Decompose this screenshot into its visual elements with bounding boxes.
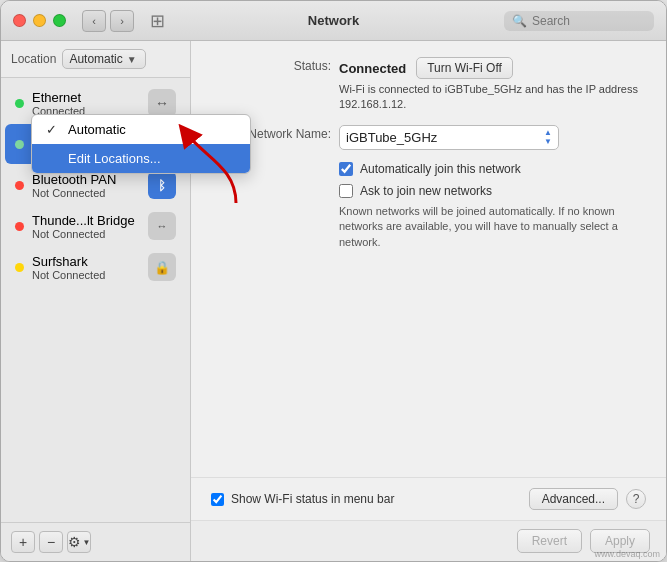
checkmark-icon: ✓ <box>46 122 62 137</box>
help-button[interactable]: ? <box>626 489 646 509</box>
status-row: Status: Connected Turn Wi-Fi Off Wi-Fi i… <box>211 57 646 113</box>
search-box[interactable]: 🔍 <box>504 11 654 31</box>
network-name-dropdown[interactable]: iGBTube_5GHz ▲ ▼ <box>339 125 559 150</box>
detail-content: Status: Connected Turn Wi-Fi Off Wi-Fi i… <box>191 41 666 477</box>
dropdown-automatic-label: Automatic <box>68 122 126 137</box>
ethernet-icon: ↔ <box>148 89 176 117</box>
location-dropdown-menu: ✓ Automatic ✓ Edit Locations... <box>31 114 251 174</box>
ask-join-description: Known networks will be joined automatica… <box>211 204 646 250</box>
remove-network-button[interactable]: − <box>39 531 63 553</box>
network-status-bluetooth: Not Connected <box>32 187 148 199</box>
detail-bottom: Show Wi-Fi status in menu bar Advanced..… <box>191 477 666 520</box>
back-icon: ‹ <box>92 15 96 27</box>
status-dot-wifi <box>15 140 24 149</box>
dropdown-item-edit-locations[interactable]: ✓ Edit Locations... <box>32 144 250 173</box>
status-dot-bluetooth <box>15 181 24 190</box>
network-status-surfshark: Not Connected <box>32 269 148 281</box>
nav-buttons: ‹ › <box>82 10 134 32</box>
bottom-actions: Advanced... ? <box>529 488 646 510</box>
show-wifi-label: Show Wi-Fi status in menu bar <box>231 492 394 506</box>
status-label: Status: <box>211 57 331 73</box>
turn-wifi-off-button[interactable]: Turn Wi-Fi Off <box>416 57 513 79</box>
network-status-thunderbolt: Not Connected <box>32 228 148 240</box>
search-input[interactable] <box>532 14 646 28</box>
status-description: Wi-Fi is connected to iGBTube_5GHz and h… <box>339 82 646 113</box>
revert-button[interactable]: Revert <box>517 529 582 553</box>
dropdown-item-automatic[interactable]: ✓ Automatic <box>32 115 250 144</box>
main-content: Location Automatic ▼ ✓ Automatic ✓ Edit … <box>1 41 666 561</box>
add-network-button[interactable]: + <box>11 531 35 553</box>
watermark: www.devaq.com <box>594 549 660 559</box>
network-name-selected: iGBTube_5GHz <box>346 130 540 145</box>
ask-join-checkbox[interactable] <box>339 184 353 198</box>
status-connected: Connected <box>339 61 406 76</box>
network-info-ethernet: Ethernet Connected <box>32 90 148 117</box>
maximize-button[interactable] <box>53 14 66 27</box>
auto-join-row: Automatically join this network <box>211 162 646 176</box>
auto-join-checkbox[interactable] <box>339 162 353 176</box>
thunderbolt-icon: ↔ <box>148 212 176 240</box>
arrow-down-icon: ▼ <box>544 138 552 146</box>
network-name-ethernet: Ethernet <box>32 90 148 105</box>
status-dot-thunderbolt <box>15 222 24 231</box>
gear-chevron-icon: ▼ <box>83 538 91 547</box>
network-name-row: Network Name: iGBTube_5GHz ▲ ▼ <box>211 125 646 150</box>
gear-icon: ⚙ <box>68 534 81 550</box>
location-label: Location <box>11 52 56 66</box>
sidebar-item-thunderbolt[interactable]: Thunde...lt Bridge Not Connected ↔ <box>5 206 186 246</box>
auto-join-label: Automatically join this network <box>360 162 521 176</box>
status-value-container: Connected Turn Wi-Fi Off Wi-Fi is connec… <box>331 57 646 113</box>
network-name-thunderbolt: Thunde...lt Bridge <box>32 213 148 228</box>
traffic-lights <box>13 14 66 27</box>
arrow-up-icon: ▲ <box>544 129 552 137</box>
show-wifi-row: Show Wi-Fi status in menu bar <box>211 492 519 506</box>
network-window: ‹ › ⊞ Network 🔍 Location Automatic ▼ <box>0 0 667 562</box>
sidebar-bottom: + − ⚙ ▼ <box>1 522 190 561</box>
network-info-surfshark: Surfshark Not Connected <box>32 254 148 281</box>
network-name-surfshark: Surfshark <box>32 254 148 269</box>
ask-join-label: Ask to join new networks <box>360 184 492 198</box>
status-dot-green <box>15 99 24 108</box>
ask-join-row: Ask to join new networks <box>211 184 646 198</box>
titlebar: ‹ › ⊞ Network 🔍 <box>1 1 666 41</box>
grid-icon[interactable]: ⊞ <box>150 10 165 32</box>
dropdown-arrows: ▲ ▼ <box>544 129 552 146</box>
location-bar: Location Automatic ▼ <box>1 41 190 78</box>
surfshark-icon: 🔒 <box>148 253 176 281</box>
location-value-text: Automatic <box>69 52 122 66</box>
network-name-value-container: iGBTube_5GHz ▲ ▼ <box>331 125 646 150</box>
detail-panel: Status: Connected Turn Wi-Fi Off Wi-Fi i… <box>191 41 666 561</box>
status-dot-surfshark <box>15 263 24 272</box>
network-info-thunderbolt: Thunde...lt Bridge Not Connected <box>32 213 148 240</box>
gear-menu-button[interactable]: ⚙ ▼ <box>67 531 91 553</box>
back-button[interactable]: ‹ <box>82 10 106 32</box>
sidebar-item-surfshark[interactable]: Surfshark Not Connected 🔒 <box>5 247 186 287</box>
dropdown-edit-label: Edit Locations... <box>68 151 161 166</box>
forward-button[interactable]: › <box>110 10 134 32</box>
chevron-down-icon: ▼ <box>127 54 137 65</box>
advanced-button[interactable]: Advanced... <box>529 488 618 510</box>
location-dropdown-trigger[interactable]: Automatic ▼ <box>62 49 145 69</box>
show-wifi-checkbox[interactable] <box>211 493 224 506</box>
bluetooth-icon: ᛒ <box>148 171 176 199</box>
sidebar: Location Automatic ▼ ✓ Automatic ✓ Edit … <box>1 41 191 561</box>
close-button[interactable] <box>13 14 26 27</box>
search-icon: 🔍 <box>512 14 527 28</box>
window-title: Network <box>308 13 359 28</box>
minimize-button[interactable] <box>33 14 46 27</box>
forward-icon: › <box>120 15 124 27</box>
network-info-bluetooth: Bluetooth PAN Not Connected <box>32 172 148 199</box>
